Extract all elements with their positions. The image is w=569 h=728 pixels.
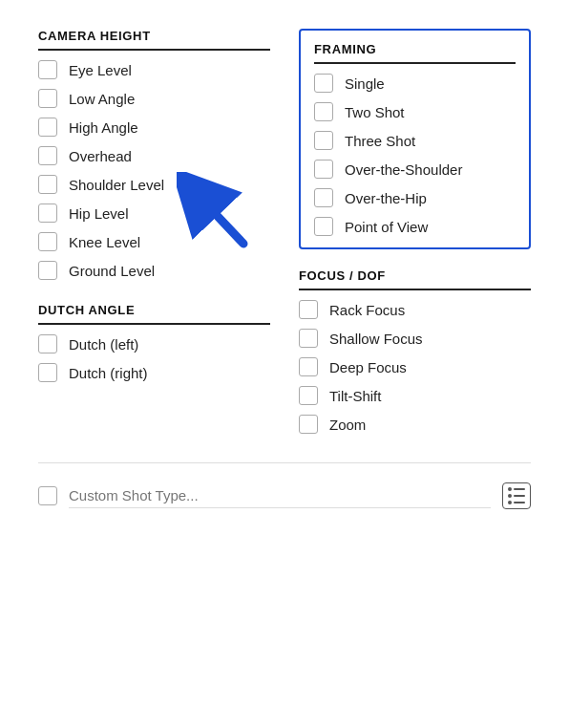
- camera-height-checkbox-6[interactable]: [38, 232, 57, 251]
- framing-label-5: Point of View: [345, 219, 428, 235]
- camera-height-item[interactable]: Overhead: [38, 146, 270, 165]
- list-icon-line-1: [508, 487, 525, 491]
- main-container: CAMERA HEIGHT Eye LevelLow AngleHigh Ang…: [0, 0, 569, 538]
- camera-height-checkbox-4[interactable]: [38, 175, 57, 194]
- framing-label-3: Over-the-Shoulder: [345, 161, 462, 178]
- dutch-angle-list: Dutch (left)Dutch (right): [38, 334, 270, 382]
- focus-dof-label-3: Tilt-Shift: [329, 388, 381, 404]
- framing-item[interactable]: Two Shot: [314, 102, 516, 121]
- framing-section: FRAMING SingleTwo ShotThree ShotOver-the…: [299, 29, 531, 249]
- list-icon-dot: [508, 494, 512, 498]
- framing-checkbox-3[interactable]: [314, 160, 333, 179]
- framing-checkbox-1[interactable]: [314, 102, 333, 121]
- custom-checkbox[interactable]: [38, 486, 57, 505]
- camera-height-item[interactable]: Shoulder Level: [38, 175, 270, 194]
- camera-height-title: CAMERA HEIGHT: [38, 29, 270, 51]
- camera-height-label-4: Shoulder Level: [69, 177, 164, 193]
- focus-dof-checkbox-4[interactable]: [299, 415, 318, 434]
- focus-dof-title: FOCUS / DOF: [299, 268, 531, 290]
- camera-height-item[interactable]: Ground Level: [38, 261, 270, 280]
- focus-dof-checkbox-3[interactable]: [299, 386, 318, 405]
- camera-height-list: Eye LevelLow AngleHigh AngleOverheadShou…: [38, 60, 270, 280]
- framing-label-1: Two Shot: [345, 104, 405, 120]
- dutch-angle-label-0: Dutch (left): [69, 336, 138, 353]
- framing-title: FRAMING: [314, 42, 516, 64]
- camera-height-label-6: Knee Level: [69, 234, 140, 250]
- list-icon[interactable]: [502, 482, 531, 509]
- dutch-angle-label-1: Dutch (right): [69, 365, 148, 381]
- focus-dof-checkbox-2[interactable]: [299, 357, 318, 376]
- dutch-angle-item[interactable]: Dutch (right): [38, 363, 270, 382]
- bottom-section: [38, 462, 531, 509]
- camera-height-item[interactable]: Low Angle: [38, 89, 270, 108]
- framing-item[interactable]: Three Shot: [314, 131, 516, 150]
- focus-dof-section: FOCUS / DOF Rack FocusShallow FocusDeep …: [299, 268, 531, 434]
- framing-item[interactable]: Over-the-Shoulder: [314, 160, 516, 179]
- camera-height-label-0: Eye Level: [69, 62, 132, 78]
- dutch-angle-title: DUTCH ANGLE: [38, 303, 270, 325]
- camera-height-item[interactable]: Knee Level: [38, 232, 270, 251]
- framing-list: SingleTwo ShotThree ShotOver-the-Shoulde…: [314, 74, 516, 236]
- list-icon-lines: [508, 487, 525, 504]
- focus-dof-item[interactable]: Deep Focus: [299, 357, 531, 376]
- framing-label-2: Three Shot: [345, 133, 415, 149]
- list-icon-bar: [514, 495, 525, 497]
- dutch-angle-item[interactable]: Dutch (left): [38, 334, 270, 353]
- dutch-angle-checkbox-1[interactable]: [38, 363, 57, 382]
- camera-height-checkbox-1[interactable]: [38, 89, 57, 108]
- camera-height-item[interactable]: Hip Level: [38, 203, 270, 223]
- list-icon-bar: [514, 502, 525, 503]
- focus-dof-checkbox-0[interactable]: [299, 300, 318, 319]
- list-icon-dot: [508, 501, 512, 504]
- focus-dof-checkbox-1[interactable]: [299, 329, 318, 348]
- framing-label-0: Single: [345, 75, 385, 92]
- focus-dof-item[interactable]: Rack Focus: [299, 300, 531, 319]
- camera-height-checkbox-7[interactable]: [38, 261, 57, 280]
- left-column: CAMERA HEIGHT Eye LevelLow AngleHigh Ang…: [38, 29, 270, 434]
- list-icon-bar: [514, 488, 525, 490]
- framing-checkbox-2[interactable]: [314, 131, 333, 150]
- camera-height-checkbox-0[interactable]: [38, 60, 57, 79]
- dutch-angle-checkbox-0[interactable]: [38, 334, 57, 353]
- camera-height-checkbox-2[interactable]: [38, 118, 57, 137]
- focus-dof-label-2: Deep Focus: [329, 359, 407, 375]
- framing-label-4: Over-the-Hip: [345, 190, 427, 206]
- camera-height-label-1: Low Angle: [69, 91, 135, 107]
- camera-height-item[interactable]: High Angle: [38, 118, 270, 137]
- list-icon-dot: [508, 487, 512, 491]
- framing-item[interactable]: Over-the-Hip: [314, 188, 516, 207]
- list-icon-line-2: [508, 494, 525, 498]
- framing-checkbox-4[interactable]: [314, 188, 333, 207]
- focus-dof-item[interactable]: Shallow Focus: [299, 329, 531, 348]
- camera-height-checkbox-5[interactable]: [38, 203, 57, 223]
- dutch-angle-section: DUTCH ANGLE Dutch (left)Dutch (right): [38, 303, 270, 382]
- camera-height-label-2: High Angle: [69, 119, 138, 136]
- focus-dof-label-4: Zoom: [329, 417, 366, 433]
- custom-shot-input[interactable]: [69, 483, 491, 508]
- camera-height-item[interactable]: Eye Level: [38, 60, 270, 79]
- camera-height-checkbox-3[interactable]: [38, 146, 57, 165]
- camera-height-label-5: Hip Level: [69, 205, 129, 222]
- focus-dof-label-1: Shallow Focus: [329, 331, 423, 347]
- focus-dof-label-0: Rack Focus: [329, 302, 405, 318]
- camera-height-label-3: Overhead: [69, 148, 132, 164]
- camera-height-section: CAMERA HEIGHT Eye LevelLow AngleHigh Ang…: [38, 29, 270, 280]
- focus-dof-item[interactable]: Zoom: [299, 415, 531, 434]
- framing-item[interactable]: Single: [314, 74, 516, 93]
- custom-input-row: [38, 482, 531, 509]
- list-icon-line-3: [508, 501, 525, 504]
- focus-dof-list: Rack FocusShallow FocusDeep FocusTilt-Sh…: [299, 300, 531, 434]
- right-column: FRAMING SingleTwo ShotThree ShotOver-the…: [299, 29, 531, 434]
- framing-item[interactable]: Point of View: [314, 217, 516, 236]
- framing-checkbox-0[interactable]: [314, 74, 333, 93]
- columns-layout: CAMERA HEIGHT Eye LevelLow AngleHigh Ang…: [38, 29, 531, 434]
- framing-checkbox-5[interactable]: [314, 217, 333, 236]
- focus-dof-item[interactable]: Tilt-Shift: [299, 386, 531, 405]
- camera-height-label-7: Ground Level: [69, 263, 155, 279]
